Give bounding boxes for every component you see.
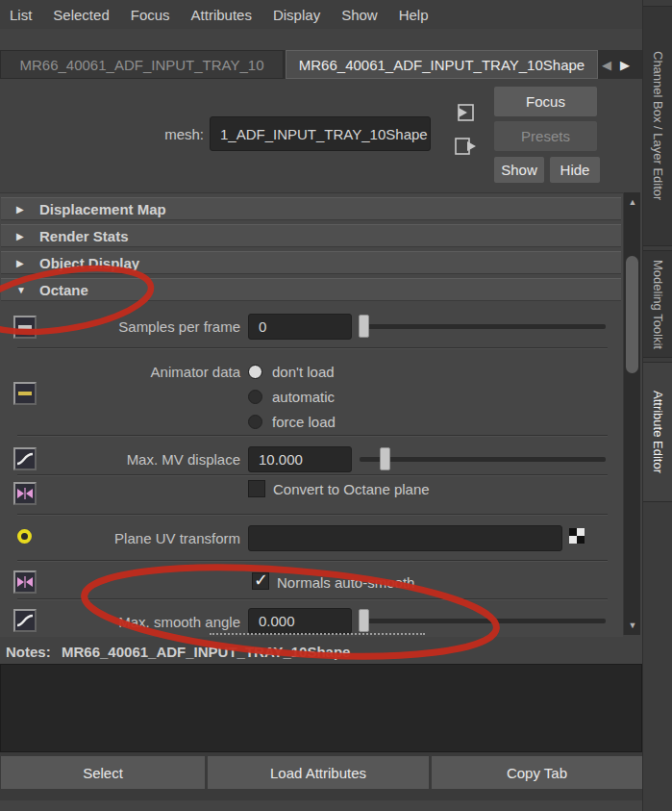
- tab-shape-node[interactable]: MR66_40061_ADF_INPUT_TRAY_10Shape: [286, 50, 598, 79]
- menu-item-focus[interactable]: Focus: [131, 7, 170, 23]
- scrollbar-thumb[interactable]: [626, 256, 638, 373]
- section-title: Displacement Map: [39, 201, 166, 217]
- radio-dont-load-label[interactable]: don't load: [272, 364, 335, 380]
- row-divider: [17, 347, 608, 349]
- attr-curve-icon: [13, 609, 37, 632]
- radio-automatic-label[interactable]: automatic: [272, 389, 335, 405]
- right-dock-sidebar: Channel Box / Layer Editor Modeling Tool…: [642, 0, 672, 811]
- convert-plane-checkbox[interactable]: [248, 480, 265, 497]
- animator-data-label: Animator data: [37, 364, 240, 380]
- attr-connection-icon: [17, 529, 32, 544]
- section-object-display[interactable]: ▶ Object Display: [1, 251, 621, 274]
- row-divider: [17, 514, 608, 516]
- max-mv-displace-slider-handle[interactable]: [380, 447, 390, 470]
- section-render-stats[interactable]: ▶ Render Stats: [1, 224, 621, 247]
- sidebar-tab-channel-box[interactable]: Channel Box / Layer Editor: [643, 6, 672, 246]
- menu-bar: List Selected Focus Attributes Display S…: [0, 0, 642, 29]
- menu-item-attributes[interactable]: Attributes: [191, 7, 252, 23]
- map-checker-button[interactable]: [569, 528, 585, 544]
- load-attributes-button[interactable]: Load Attributes: [208, 756, 429, 789]
- presets-button[interactable]: Presets: [494, 121, 597, 151]
- tab-scroll-right-icon[interactable]: ▶: [620, 50, 635, 79]
- row-divider: [17, 560, 608, 562]
- row-divider: [17, 598, 608, 600]
- section-title: Octane: [39, 282, 88, 298]
- plane-uv-transform-label: Plane UV transform: [37, 530, 240, 546]
- mesh-label: mesh:: [115, 126, 204, 142]
- radio-automatic[interactable]: [248, 390, 262, 404]
- row-divider: [17, 435, 608, 437]
- menu-item-help[interactable]: Help: [399, 7, 429, 23]
- max-smooth-angle-label: Max. smooth angle: [37, 614, 240, 630]
- pane-resize-handle[interactable]: [210, 631, 425, 635]
- scroll-up-icon[interactable]: ▲: [624, 194, 641, 210]
- vertical-scrollbar[interactable]: ▲ ▼: [623, 192, 640, 635]
- tab-transform-node[interactable]: MR66_40061_ADF_INPUT_TRAY_10: [0, 50, 284, 79]
- samples-per-frame-slider[interactable]: [360, 324, 606, 329]
- section-title: Object Display: [39, 255, 139, 271]
- samples-per-frame-label: Samples per frame: [37, 318, 240, 335]
- normals-auto-smooth-label[interactable]: Normals auto-smooth: [277, 574, 414, 591]
- attr-bool-icon: [13, 570, 37, 594]
- collapsed-arrow-icon: ▶: [16, 258, 30, 268]
- notes-node-name: MR66_40061_ADF_INPUT_TRAY_10Shape: [62, 644, 350, 660]
- radio-dont-load[interactable]: [248, 365, 262, 379]
- max-smooth-angle-field[interactable]: [248, 608, 352, 634]
- menu-item-list[interactable]: List: [10, 7, 32, 23]
- menu-item-show[interactable]: Show: [341, 7, 378, 23]
- menu-item-display[interactable]: Display: [273, 7, 320, 23]
- scroll-down-icon[interactable]: ▼: [624, 618, 641, 633]
- radio-force-load-label[interactable]: force load: [272, 414, 336, 430]
- load-attributes-in-icon[interactable]: [452, 100, 477, 125]
- focus-button[interactable]: Focus: [494, 87, 597, 116]
- max-mv-displace-label: Max. MV displace: [37, 451, 240, 468]
- row-divider: [17, 474, 608, 476]
- attr-curve-icon: [13, 447, 37, 470]
- check-icon: ✓: [254, 570, 268, 591]
- select-button[interactable]: Select: [1, 756, 205, 789]
- collapsed-arrow-icon: ▶: [16, 231, 30, 241]
- menu-item-selected[interactable]: Selected: [53, 7, 109, 23]
- samples-per-frame-field[interactable]: [248, 314, 352, 340]
- convert-plane-label[interactable]: Convert to Octane plane: [273, 481, 430, 497]
- plane-uv-transform-field[interactable]: [248, 525, 562, 551]
- max-mv-displace-field[interactable]: [248, 446, 352, 472]
- attr-enum-icon: [13, 382, 37, 405]
- notes-textarea[interactable]: [0, 664, 642, 752]
- expanded-arrow-icon: ▼: [16, 285, 30, 295]
- radio-force-load[interactable]: [248, 415, 262, 429]
- section-octane[interactable]: ▼ Octane: [1, 278, 621, 301]
- show-button[interactable]: Show: [494, 157, 544, 183]
- max-mv-displace-slider[interactable]: [360, 457, 606, 462]
- bottom-strip: [0, 800, 642, 811]
- copy-tab-button[interactable]: Copy Tab: [432, 756, 642, 789]
- max-smooth-angle-slider[interactable]: [360, 619, 606, 623]
- attribute-scroll-area: ▶ Displacement Map ▶ Render Stats ▶ Obje…: [0, 192, 623, 637]
- max-smooth-angle-slider-handle[interactable]: [359, 609, 369, 632]
- mesh-name-field[interactable]: [210, 116, 431, 151]
- attr-int-icon: [13, 316, 37, 339]
- section-title: Render Stats: [39, 228, 129, 244]
- hide-button[interactable]: Hide: [550, 157, 600, 183]
- tab-scroll-left-icon[interactable]: ◀: [602, 50, 615, 79]
- samples-per-frame-slider-handle[interactable]: [359, 315, 369, 338]
- collapsed-arrow-icon: ▶: [16, 204, 30, 215]
- notes-label: Notes:: [6, 644, 51, 660]
- sidebar-tab-modeling-toolkit[interactable]: Modeling Toolkit: [643, 250, 672, 358]
- attr-bool-icon: [13, 482, 37, 505]
- copy-attributes-out-icon[interactable]: [452, 134, 477, 159]
- section-displacement-map[interactable]: ▶ Displacement Map: [1, 197, 621, 220]
- normals-auto-smooth-checkbox[interactable]: ✓: [252, 572, 269, 590]
- node-tab-strip: MR66_40061_ADF_INPUT_TRAY_10 MR66_40061_…: [0, 50, 642, 79]
- sidebar-tab-attribute-editor[interactable]: Attribute Editor: [643, 362, 672, 502]
- attribute-editor-window: List Selected Focus Attributes Display S…: [0, 0, 672, 811]
